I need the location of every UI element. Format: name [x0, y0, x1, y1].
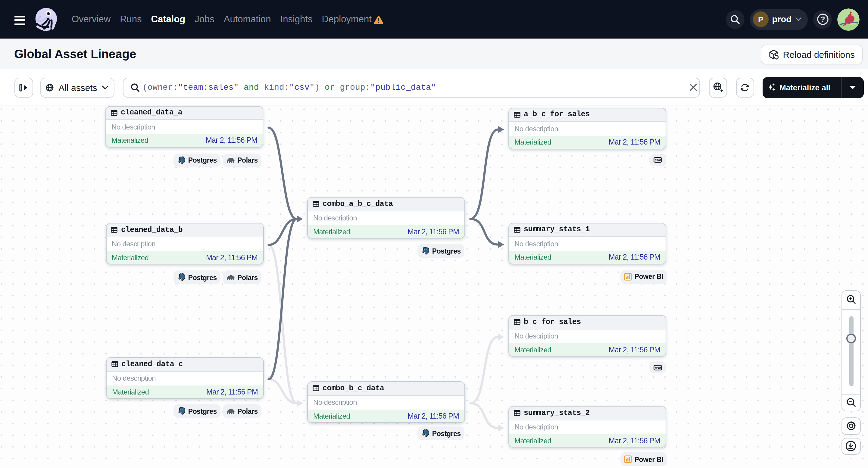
svg-text:csv: csv: [655, 365, 661, 370]
svg-text:csv: csv: [655, 158, 661, 162]
svg-text:?: ?: [820, 15, 825, 23]
